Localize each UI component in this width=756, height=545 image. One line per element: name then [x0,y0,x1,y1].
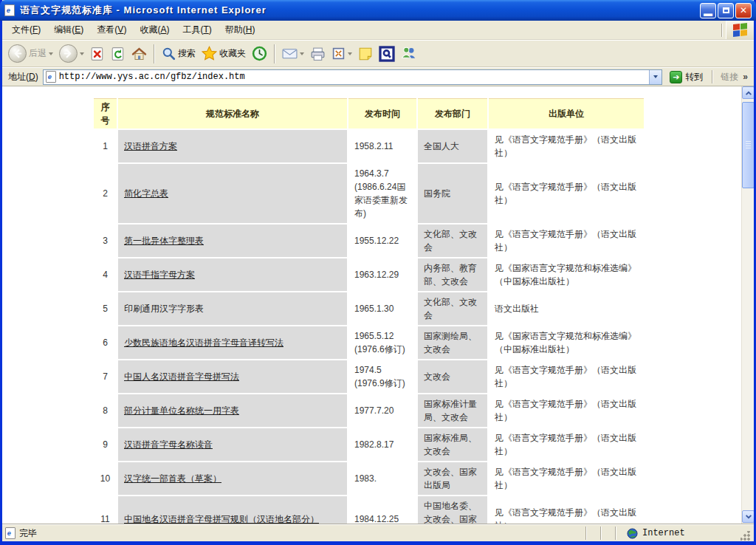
publish-date: 1965.1.30 [348,292,416,325]
close-button[interactable]: ✕ [735,3,752,18]
back-dropdown-icon [49,52,53,55]
go-button[interactable]: ➔ 转到 [667,70,706,84]
standard-name-link[interactable]: 汉语拼音方案 [124,141,177,151]
address-bar: 地址(D) e http://www.yys.ac.cn/gfbz/index.… [2,67,754,86]
home-button[interactable] [128,45,150,63]
menubar-separator [721,24,723,37]
publish-date: 1963.12.29 [348,258,416,291]
scroll-up-icon [745,90,752,96]
zone-label: Internet [642,528,685,538]
scroll-up-button[interactable] [742,86,754,99]
table-row: 3 第一批异体字整理表 1955.12.22 文化部、文改会 见《语言文字规范手… [94,224,644,257]
row-number: 10 [94,462,117,495]
lianzhong-button[interactable] [376,44,398,64]
scroll-down-button[interactable] [742,510,754,523]
publisher: 见《语言文字规范手册》（语文出版社） [489,360,644,393]
address-input[interactable]: e http://www.yys.ac.cn/gfbz/index.htm [43,69,663,85]
row-number: 7 [94,360,117,393]
publish-department: 文改会 [418,360,487,393]
url-text: http://www.yys.ac.cn/gfbz/index.htm [59,72,245,82]
standard-name-link[interactable]: 部分计量单位名称统一用字表 [124,405,239,416]
mail-button[interactable] [279,46,307,61]
status-page-icon: e [5,527,16,539]
back-button[interactable]: 后退 [5,43,56,64]
menu-help[interactable]: 帮助(H) [219,21,262,39]
standard-name-link[interactable]: 简化字总表 [124,188,168,199]
publish-date: 1958.2.11 [348,130,416,162]
table-row: 1 汉语拼音方案 1958.2.11 全国人大 见《语言文字规范手册》（语文出版… [94,130,644,162]
publish-date: 1984.12.25 [348,496,416,524]
menu-edit[interactable]: 编辑(E) [47,21,90,39]
standard-name-link[interactable]: 汉语拼音字母名称读音 [124,439,213,450]
standard-name-link[interactable]: 少数民族语地名汉语拼音字母音译转写法 [124,337,284,348]
row-number: 1 [94,130,117,162]
minimize-button[interactable]: ▬ [700,3,716,18]
row-number: 6 [94,326,117,359]
print-icon [310,47,326,61]
menu-tools[interactable]: 工具(T) [176,21,218,39]
row-number: 9 [94,428,117,461]
forward-button[interactable] [56,43,87,64]
menu-file[interactable]: 文件(F) [5,21,47,39]
search-button[interactable]: 搜索 [159,45,199,62]
home-icon [131,47,147,61]
menu-view[interactable]: 查看(V) [90,21,133,39]
status-separator [615,527,616,540]
standard-name-link[interactable]: 第一批异体字整理表 [124,236,204,246]
stop-icon [90,47,105,61]
publisher: 见《国家语言文字规范和标准选编》（中国标准出版社） [489,326,644,359]
menu-bar: 文件(F) 编辑(E) 查看(V) 收藏(A) 工具(T) 帮助(H) [2,21,754,40]
edit-button[interactable] [329,45,355,62]
stop-button[interactable] [87,45,108,63]
publish-date: 1955.12.22 [348,224,416,257]
publish-department: 内务部、教育部、文改会 [418,258,487,291]
history-button[interactable] [249,44,270,63]
toolbar: 后退 搜索 收藏夹 [2,40,754,67]
status-done-text: 完毕 [19,527,37,540]
forward-dropdown-icon [80,52,84,55]
page-content: 序号 规范标准名称 发布时间 发布部门 出版单位 1 汉语拼音方案 1958.2… [2,86,754,524]
standard-name-link: 印刷通用汉字字形表 [124,304,204,314]
mail-dropdown-icon [300,52,304,55]
messenger-button[interactable] [398,44,421,63]
security-zone: Internet [627,528,738,539]
table-row: 11 中国地名汉语拼音字母拼写规则（汉语地名部分） 1984.12.25 中国地… [94,496,644,524]
star-icon [202,46,217,61]
standard-name-link[interactable]: 汉字统一部首表（草案） [124,473,221,484]
search-label: 搜索 [178,47,196,60]
favorites-button[interactable]: 收藏夹 [199,44,249,63]
standards-table-body: 1 汉语拼音方案 1958.2.11 全国人大 见《语言文字规范手册》（语文出版… [94,130,644,524]
print-button[interactable] [307,45,329,63]
publish-date: 1983. [348,462,416,495]
standard-name-link[interactable]: 中国地名汉语拼音字母拼写规则（汉语地名部分） [124,514,319,524]
resize-icon [331,47,346,61]
status-separator [585,527,587,540]
vertical-scrollbar[interactable] [741,86,754,524]
publish-department: 国家测绘局、文改会 [418,326,487,359]
publish-department: 国务院 [418,164,487,223]
menu-favorites[interactable]: 收藏(A) [133,21,176,39]
table-header-row: 序号 规范标准名称 发布时间 发布部门 出版单位 [94,98,644,128]
mail-icon [282,47,298,60]
svg-text:e: e [48,73,52,80]
chevron-more-icon[interactable]: » [743,72,748,82]
standard-name-link[interactable]: 中国人名汉语拼音字母拼写法 [124,371,239,382]
maximize-button[interactable] [718,3,734,18]
publish-date: 1974.5 (1976.9修订) [348,360,416,393]
table-row: 2 简化字总表 1964.3.7 (1986.6.24国家语委重新发布) 国务院… [94,164,644,223]
favorites-label: 收藏夹 [219,47,246,60]
resize-grip[interactable] [740,531,751,541]
note-button[interactable] [355,45,376,63]
back-icon [8,44,27,63]
publisher: 见《语言文字规范手册》（语文出版社） [489,496,644,524]
address-dropdown-button[interactable] [649,70,662,84]
links-label[interactable]: 链接 [721,71,738,83]
title-bar[interactable]: e 语言文字规范标准库 - Microsoft Internet Explore… [0,0,756,21]
note-icon [358,47,373,61]
standard-name-link[interactable]: 汉语手指字母方案 [124,270,195,280]
row-number: 4 [94,258,117,291]
scroll-thumb[interactable] [742,102,754,188]
refresh-button[interactable] [108,45,128,63]
status-separator [600,527,602,540]
publish-department: 国家标准计量局、文改会 [418,394,487,427]
